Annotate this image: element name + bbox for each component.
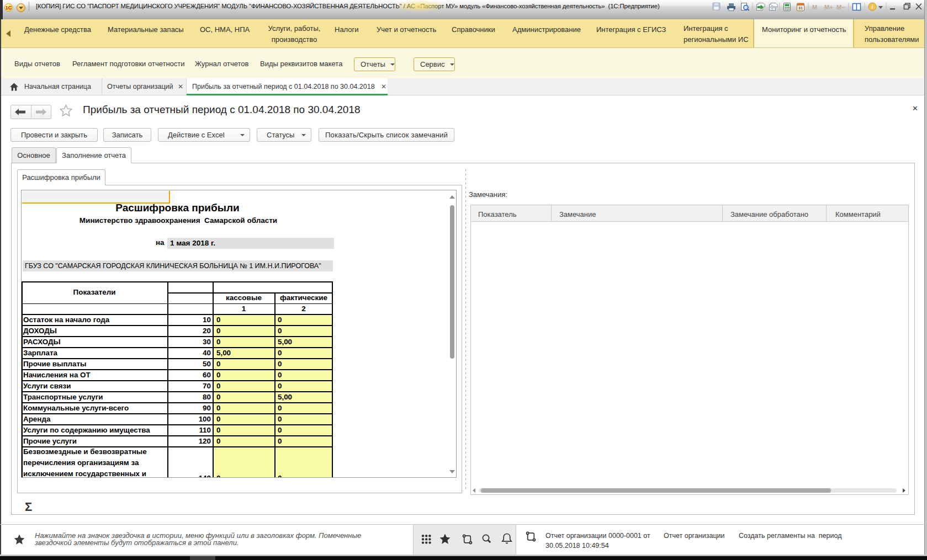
svg-text:i: i [872, 4, 873, 10]
svg-text:M+: M+ [824, 4, 833, 10]
svg-text:31: 31 [798, 6, 803, 10]
svg-text:M−: M− [836, 4, 845, 10]
svg-text:M: M [812, 4, 817, 10]
